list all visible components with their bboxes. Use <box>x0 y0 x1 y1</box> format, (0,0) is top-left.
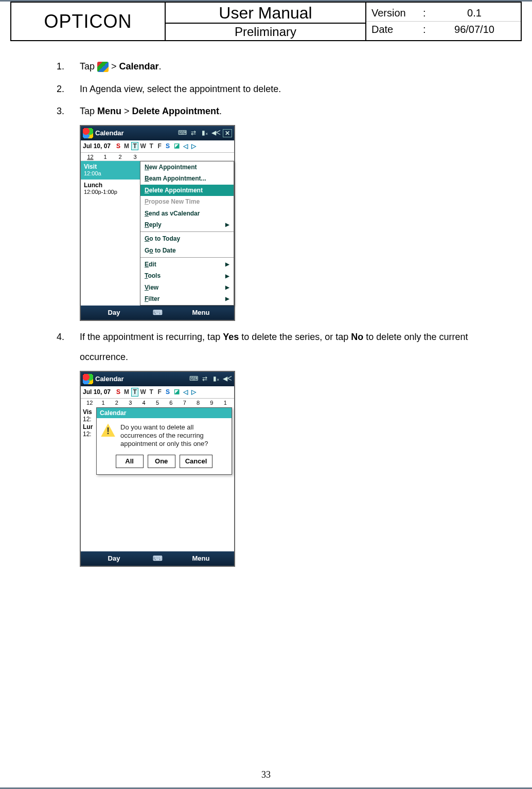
screenshot-delete-dialog: Calendar ⌨ ⇄ ▮ₓ ◀ᐸ Jul 10, 07 S M T W T … <box>80 371 235 567</box>
submenu-arrow-icon: ▶ <box>225 222 229 228</box>
softkey-menu[interactable]: Menu <box>168 309 234 317</box>
menu-view[interactable]: View▶ <box>140 282 234 293</box>
softkey-bar: Day ⌨ Menu <box>81 551 234 566</box>
current-date[interactable]: Jul 10, 07 <box>83 388 111 396</box>
menu-propose-new-time: Propose New Time <box>140 196 234 207</box>
dow-sun[interactable]: S <box>115 142 122 150</box>
dialog-button-cancel[interactable]: Cancel <box>180 455 213 468</box>
manual-title-block: User Manual Preliminary <box>166 3 366 40</box>
titlebar: Calendar ⌨ ⇄ ▮ₓ ◀ᐸ <box>81 372 234 386</box>
dialog-buttons: All One Cancel <box>97 453 232 474</box>
meta-version-row: Version : 0.1 <box>366 5 521 22</box>
signal-icon[interactable]: ▮ₓ <box>200 129 209 137</box>
menu-reply[interactable]: Reply▶ <box>140 219 234 230</box>
sip-icon[interactable]: ⌨ <box>189 375 198 383</box>
meta-version-value: 0.1 <box>433 7 516 19</box>
softkey-day[interactable]: Day <box>81 309 147 317</box>
appointment-visit[interactable]: Visit 12:00a <box>81 161 140 180</box>
dialog-title: Calendar <box>97 408 232 418</box>
manual-meta: Version : 0.1 Date : 96/07/10 <box>366 3 521 40</box>
instructions: 1. Tap > Calendar. 2. In Agenda view, se… <box>0 41 532 567</box>
screenshot-calendar-menu: Calendar ⌨ ⇄ ▮ₓ ◀ᐸ ✕ Jul 10, 07 S M T W … <box>80 125 235 321</box>
document-header: OPTICON User Manual Preliminary Version … <box>10 2 522 41</box>
date-bar: Jul 10, 07 S M T W T F S ◪ ◁ ▷ <box>81 140 234 153</box>
prev-arrow-icon[interactable]: ◁ <box>182 142 189 150</box>
agenda-list: Visit 12:00a Lunch 12:00p-1:00p <box>81 161 140 306</box>
submenu-arrow-icon: ▶ <box>225 296 229 302</box>
step-4: 4. If the appointment is recurring, tap … <box>46 327 486 368</box>
menu-beam-appointment[interactable]: Beam Appointment... <box>140 173 234 184</box>
menu-tools[interactable]: Tools▶ <box>140 270 234 281</box>
meta-date-value: 96/07/10 <box>433 24 516 35</box>
days-row: 12 1 2 3 4 5 6 7 8 9 1 <box>81 399 234 407</box>
window-title: Calendar <box>95 129 175 137</box>
dow-fri[interactable]: F <box>156 142 163 150</box>
confirm-dialog: Calendar ! Do you want to delete all occ… <box>96 407 232 475</box>
volume-icon[interactable]: ◀ᐸ <box>223 375 232 383</box>
step-1: 1. Tap > Calendar. <box>46 57 486 77</box>
next-arrow-icon[interactable]: ▷ <box>190 388 197 396</box>
main-area: Visit 12:00a Lunch 12:00p-1:00p New Appo… <box>81 161 234 306</box>
step-2: 2. In Agenda view, select the appointmen… <box>46 79 486 100</box>
step-3: 3. Tap Menu > Delete Appointment. <box>46 101 486 122</box>
start-flag-icon <box>97 62 109 72</box>
sip-icon[interactable]: ⌨ <box>178 129 187 137</box>
next-arrow-icon[interactable]: ▷ <box>190 142 197 150</box>
softkey-menu[interactable]: Menu <box>168 554 234 563</box>
titlebar: Calendar ⌨ ⇄ ▮ₓ ◀ᐸ ✕ <box>81 126 234 140</box>
dialog-button-one[interactable]: One <box>148 455 175 468</box>
manual-subtitle: Preliminary <box>166 24 365 40</box>
appointment-lunch[interactable]: Lunch 12:00p-1:00p <box>81 180 140 198</box>
dialog-message: Do you want to delete all occurrences of… <box>120 423 227 447</box>
prev-arrow-icon[interactable]: ◁ <box>182 388 189 396</box>
notif-icon[interactable]: ◪ <box>172 142 181 150</box>
menu-delete-appointment[interactable]: Delete Appointment <box>140 185 234 196</box>
menu-edit[interactable]: Edit▶ <box>140 259 234 270</box>
menu-new-appointment[interactable]: New Appointment <box>140 162 234 173</box>
dow-tue[interactable]: T <box>131 142 138 150</box>
context-menu: New Appointment Beam Appointment... Dele… <box>140 161 234 306</box>
menu-send-vcalendar[interactable]: Send as vCalendar <box>140 208 234 219</box>
submenu-arrow-icon: ▶ <box>225 284 229 291</box>
close-icon[interactable]: ✕ <box>223 129 232 137</box>
start-icon[interactable] <box>83 128 93 138</box>
meta-date-row: Date : 96/07/10 <box>366 22 521 38</box>
signal-icon[interactable]: ▮ₓ <box>211 375 221 383</box>
connectivity-icon[interactable]: ⇄ <box>200 375 209 383</box>
page-number: 33 <box>0 769 532 780</box>
connectivity-icon[interactable]: ⇄ <box>189 129 198 137</box>
warning-icon: ! <box>101 423 115 437</box>
notif-icon[interactable]: ◪ <box>172 388 181 396</box>
dialog-button-all[interactable]: All <box>116 455 144 468</box>
manual-title: User Manual <box>166 3 365 24</box>
volume-icon[interactable]: ◀ᐸ <box>211 129 221 137</box>
submenu-arrow-icon: ▶ <box>225 261 229 267</box>
sip-keyboard-icon[interactable]: ⌨ <box>147 309 168 317</box>
menu-goto-date[interactable]: Go to Date <box>140 245 234 256</box>
dow-mon[interactable]: M <box>123 142 130 150</box>
dow-wed[interactable]: W <box>139 142 147 150</box>
meta-date-label: Date <box>371 24 423 35</box>
company-name: OPTICON <box>11 3 166 40</box>
date-bar: Jul 10, 07 S M T W T F S ◪ ◁ ▷ <box>81 386 234 399</box>
dow-sat[interactable]: S <box>164 142 171 150</box>
menu-filter[interactable]: Filter▶ <box>140 293 234 304</box>
current-date[interactable]: Jul 10, 07 <box>83 142 111 150</box>
menu-goto-today[interactable]: Go to Today <box>140 233 234 244</box>
start-icon[interactable] <box>83 374 93 384</box>
sip-keyboard-icon[interactable]: ⌨ <box>147 554 168 563</box>
dow-thu[interactable]: T <box>148 142 155 150</box>
body: Vis 12: Lur 12: Calendar ! Do you want t… <box>81 407 234 551</box>
submenu-arrow-icon: ▶ <box>225 273 229 279</box>
window-title: Calendar <box>95 375 187 383</box>
softkey-day[interactable]: Day <box>81 554 147 563</box>
meta-version-label: Version <box>371 7 423 19</box>
softkey-bar: Day ⌨ Menu <box>81 306 234 320</box>
days-row: 12 1 2 3 <box>81 153 234 161</box>
